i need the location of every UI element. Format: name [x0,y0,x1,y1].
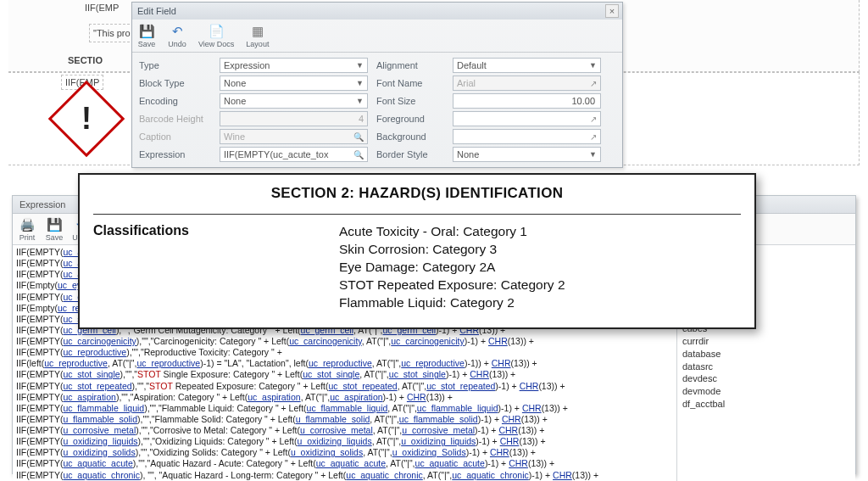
chevron-down-icon: ▼ [589,150,597,159]
field-thispro[interactable]: "This pro [89,24,138,42]
edit-field-dialog: Edit Field × 💾Save ↶Undo 📄View Docs ▦Lay… [131,2,623,168]
list-item: Skin Corrosion: Category 3 [339,241,565,259]
divider [93,214,741,215]
label-fontname: Font Name [376,78,444,88]
label-borderstyle: Border Style [376,149,444,159]
list-item: STOT Repeated Exposure: Category 2 [339,277,565,294]
select-borderstyle[interactable]: None▼ [453,147,601,162]
dialog-title: Edit Field × [132,3,622,20]
label-barcodeheight: Barcode Height [139,114,211,124]
label-type: Type [139,60,211,70]
list-item[interactable]: currdir [677,335,855,348]
input-expression[interactable]: IIF(EMPTY(uc_acute_tox🔍 [220,147,368,162]
chevron-down-icon: ▼ [356,97,364,105]
document-icon: 📄 [207,23,225,40]
chevron-down-icon: ▼ [589,61,597,70]
dialog-toolbar: 💾Save ↶Undo 📄View Docs ▦Layout [132,20,622,53]
chevron-down-icon: ▼ [356,79,364,87]
list-item[interactable]: devdesc [677,372,855,385]
label-fontsize: Font Size [376,96,444,106]
select-type[interactable]: Expression▼ [220,58,368,73]
print-icon: 🖨️ [18,216,36,233]
label-background: Background [376,131,444,142]
list-item[interactable]: df_acctbal [677,398,855,411]
undo-button[interactable]: ↶Undo [168,23,186,48]
label-foreground: Foreground [376,114,444,124]
preview-overlay: SECTION 2: HAZARD(S) IDENTIFICATION Clas… [78,173,756,329]
list-item[interactable]: database [677,348,855,361]
save-button[interactable]: 💾Save [45,216,64,242]
pictogram-ghs-exclamation: ! [48,81,125,158]
layout-button[interactable]: ▦Layout [246,23,269,48]
picker-background[interactable] [453,129,601,144]
field-iifemp-1[interactable]: IIF(EMP [85,3,119,13]
label-encoding: Encoding [139,96,211,106]
save-button[interactable]: 💾Save [137,23,156,48]
print-button[interactable]: 🖨️Print [18,216,36,242]
chevron-down-icon: ▼ [356,61,364,70]
field-sectio[interactable]: SECTIO [68,55,103,65]
layout-icon: ▦ [248,23,267,40]
save-icon: 💾 [137,23,156,40]
classifications-values: Acute Toxicity - Oral: Category 1Skin Co… [339,223,565,312]
input-caption: Wine🔍 [220,129,368,144]
close-icon[interactable]: × [605,4,619,18]
list-item: Flammable Liquid: Category 2 [339,294,565,312]
label-alignment: Alignment [376,60,444,70]
label-expression: Expression [139,149,211,159]
input-fontsize[interactable] [453,93,601,109]
input-barcodeheight: 4 [220,111,368,126]
select-encoding[interactable]: None▼ [220,93,368,109]
classifications-label: Classifications [93,223,339,312]
label-blocktype: Block Type [139,78,211,88]
list-item: Acute Toxicity - Oral: Category 1 [339,223,565,241]
label-caption: Caption [139,131,211,142]
list-item[interactable]: datasrc [677,361,855,373]
select-alignment[interactable]: Default▼ [453,58,601,73]
dialog-title-text: Edit Field [137,6,176,16]
picker-foreground[interactable] [453,111,601,126]
list-item[interactable]: devmode [677,385,855,398]
section-title: SECTION 2: HAZARD(S) IDENTIFICATION [93,185,741,202]
list-item: Eye Damage: Category 2A [339,259,565,277]
undo-icon: ↶ [168,23,186,40]
save-icon: 💾 [45,216,64,233]
property-grid: Type Expression▼ Alignment Default▼ Bloc… [132,53,622,167]
select-blocktype[interactable]: None▼ [220,76,368,91]
viewdocs-button[interactable]: 📄View Docs [198,23,234,48]
picker-fontname[interactable]: Arial [453,76,601,91]
